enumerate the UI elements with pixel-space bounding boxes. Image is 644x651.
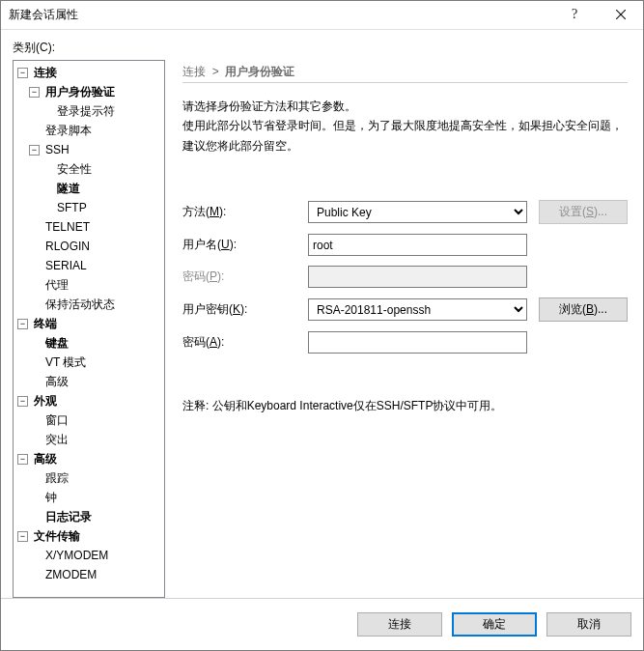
connect-button[interactable]: 连接 <box>357 612 442 637</box>
tree-collapse-icon[interactable]: − <box>29 87 40 98</box>
tree-node-appearance-window[interactable]: 窗口 <box>27 410 164 430</box>
password-input <box>308 266 527 288</box>
content-pane: 连接 > 用户身份验证 请选择身份验证方法和其它参数。 使用此部分以节省登录时间… <box>165 60 631 598</box>
tree-collapse-icon[interactable]: − <box>17 396 28 407</box>
tree-node-login-script[interactable]: 登录脚本 <box>27 121 164 140</box>
userkey-label: 用户密钥(K): <box>182 301 308 318</box>
passphrase-label: 密码(A): <box>182 334 308 351</box>
method-select[interactable]: Public Key <box>308 201 527 223</box>
window-title: 新建会话属性 <box>9 7 78 23</box>
cancel-button[interactable]: 取消 <box>546 612 631 637</box>
tree-node-proxy[interactable]: 代理 <box>27 275 164 295</box>
tree-node-filetransfer[interactable]: −文件传输 <box>15 526 164 546</box>
tree-node-rlogin[interactable]: RLOGIN <box>27 237 164 256</box>
note-text: 注释: 公钥和Keyboard Interactive仅在SSH/SFTP协议中… <box>182 398 628 414</box>
tree-node-terminal[interactable]: −终端 <box>15 314 164 333</box>
close-icon <box>616 9 626 22</box>
title-bar: 新建会话属性 ? <box>1 1 643 30</box>
tree-node-vtmode[interactable]: VT 模式 <box>27 353 164 372</box>
tree-node-serial[interactable]: SERIAL <box>27 256 164 275</box>
tree-node-user-auth[interactable]: −用户身份验证 <box>27 82 164 101</box>
tree-node-keepalive[interactable]: 保持活动状态 <box>27 295 164 314</box>
tree-node-bell[interactable]: 钟 <box>27 488 164 507</box>
dialog-footer: 连接 确定 取消 <box>1 598 643 650</box>
category-tree[interactable]: −连接 −用户身份验证 登录提示符 登录脚本 −SSH 安全性 <box>13 60 165 598</box>
userkey-select[interactable]: RSA-201811-openssh <box>308 298 527 321</box>
tree-node-appearance[interactable]: −外观 <box>15 391 164 410</box>
tree-collapse-icon[interactable]: − <box>29 145 40 156</box>
tree-node-term-advanced[interactable]: 高级 <box>27 372 164 391</box>
tree-collapse-icon[interactable]: − <box>17 68 28 78</box>
browse-button[interactable]: 浏览(B)... <box>539 297 628 322</box>
tree-node-keyboard[interactable]: 键盘 <box>27 333 164 353</box>
tree-collapse-icon[interactable]: − <box>17 454 28 465</box>
username-input[interactable] <box>308 234 527 256</box>
ok-button[interactable]: 确定 <box>452 612 537 637</box>
password-label: 密码(P): <box>182 269 308 285</box>
svg-text:?: ? <box>572 7 577 20</box>
tree-node-logging[interactable]: 日志记录 <box>27 507 164 526</box>
tree-node-highlight[interactable]: 突出 <box>27 430 164 449</box>
close-button[interactable] <box>599 1 643 30</box>
username-label: 用户名(U): <box>182 237 308 253</box>
tree-node-login-prompt[interactable]: 登录提示符 <box>39 101 164 121</box>
method-label: 方法(M): <box>182 204 308 220</box>
dialog-window: 新建会话属性 ? 类别(C): −连接 <box>0 0 644 651</box>
tree-collapse-icon[interactable]: − <box>17 319 28 329</box>
passphrase-input[interactable] <box>308 331 527 354</box>
tree-node-connection[interactable]: −连接 <box>15 63 164 82</box>
tree-node-zmodem[interactable]: ZMODEM <box>27 565 164 584</box>
tree-node-sftp[interactable]: SFTP <box>39 198 164 217</box>
help-button[interactable]: ? <box>554 1 599 30</box>
category-label: 类别(C): <box>13 40 631 56</box>
tree-node-tunnel[interactable]: 隧道 <box>39 179 164 198</box>
tree-node-security[interactable]: 安全性 <box>39 159 164 179</box>
tree-node-trace[interactable]: 跟踪 <box>27 468 164 488</box>
settings-button: 设置(S)... <box>539 200 628 224</box>
description-text: 请选择身份验证方法和其它参数。 使用此部分以节省登录时间。但是，为了最大限度地提… <box>182 97 628 156</box>
help-icon: ? <box>572 7 581 23</box>
tree-node-ssh[interactable]: −SSH <box>27 140 164 159</box>
tree-collapse-icon[interactable]: − <box>17 531 28 542</box>
tree-node-xymodem[interactable]: X/YMODEM <box>27 546 164 565</box>
tree-node-advanced[interactable]: −高级 <box>15 449 164 468</box>
breadcrumb: 连接 > 用户身份验证 <box>182 60 628 83</box>
tree-node-telnet[interactable]: TELNET <box>27 217 164 237</box>
